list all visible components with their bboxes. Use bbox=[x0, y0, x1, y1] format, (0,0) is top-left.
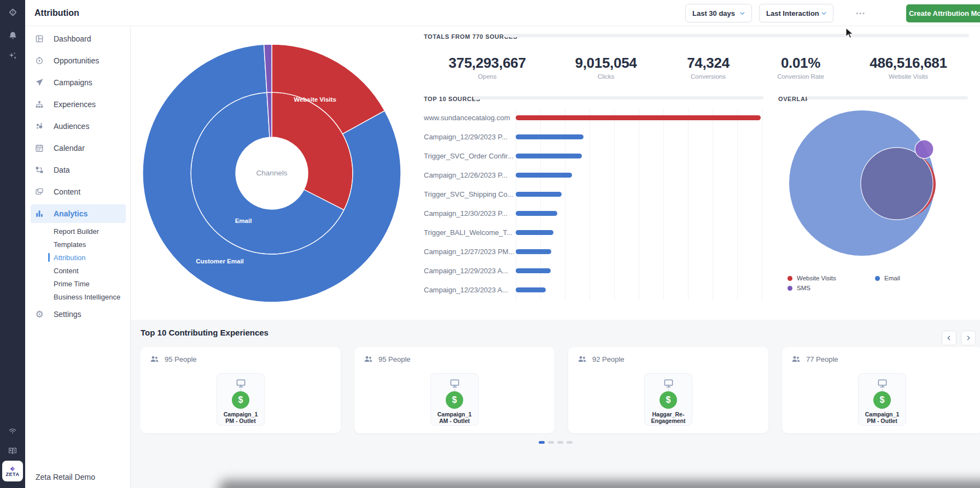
card-people: 92 People bbox=[577, 355, 625, 364]
source-label: Campaign_12/23/2023 A... bbox=[424, 286, 516, 294]
stat-value: 486,516,681 bbox=[843, 55, 974, 72]
source-row: Campaign_12/29/2023 A... bbox=[424, 261, 774, 280]
people-count: 95 People bbox=[378, 355, 411, 363]
sources-divider bbox=[473, 96, 763, 99]
sidebar-item-data[interactable]: Data bbox=[25, 159, 130, 181]
signal-icon[interactable] bbox=[0, 426, 25, 436]
date-range-select[interactable]: Last 30 days bbox=[685, 4, 752, 22]
people-icon bbox=[149, 355, 160, 364]
monitor-icon bbox=[877, 378, 888, 389]
dollar-icon: $ bbox=[660, 391, 677, 409]
sidebar-subitem-business-intelligence[interactable]: Business Intelligence bbox=[25, 290, 130, 303]
source-label: Campaign_12/27/2023 PM... bbox=[424, 248, 516, 256]
experience-card[interactable]: 92 People $ Haggar_Re-Engagement bbox=[568, 347, 768, 433]
legend-item-sms: SMS bbox=[788, 285, 810, 291]
more-options-button[interactable]: ••• bbox=[849, 4, 873, 22]
workspace-name: Zeta Retail Demo bbox=[36, 473, 95, 481]
carousel-dot-3[interactable] bbox=[557, 441, 563, 444]
create-attribution-model-button[interactable]: Create Attribution Model bbox=[906, 4, 980, 22]
sidebar-item-campaigns[interactable]: Campaigns bbox=[25, 72, 130, 93]
experience-node[interactable]: $ Campaign_1PM - Outlet bbox=[858, 373, 906, 426]
legend-item-website-visits: Website Visits bbox=[788, 275, 836, 281]
source-row: Trigger_BALI_Welcome_T... bbox=[424, 223, 774, 242]
analytics-icon bbox=[35, 209, 44, 218]
legend-item-email: Email bbox=[875, 275, 900, 281]
people-icon bbox=[577, 355, 587, 364]
sidebar-item-content[interactable]: Content bbox=[25, 181, 130, 203]
stat-opens: 375,293,667 Opens bbox=[422, 55, 553, 80]
carousel-dot-1[interactable] bbox=[539, 441, 545, 444]
source-bar bbox=[516, 287, 546, 292]
stat-label: Website Visits bbox=[843, 73, 974, 80]
opportunities-icon bbox=[35, 56, 44, 65]
zeta-logo-word: ZETA bbox=[6, 472, 20, 477]
sunburst-label-website-visits: Website Visits bbox=[294, 96, 336, 103]
experiences-heading: Top 10 Contributing Experiences bbox=[141, 328, 269, 337]
experience-name: Haggar_Re-Engagement bbox=[651, 411, 685, 425]
overlap-venn-chart bbox=[774, 87, 980, 268]
source-row: Campaign_12/30/2023 P... bbox=[424, 204, 774, 223]
source-row: Campaign_12/26/2023 P... bbox=[424, 166, 774, 185]
sidebar-item-dashboard[interactable]: Dashboard bbox=[25, 28, 130, 50]
sidebar-subitem-content[interactable]: Content bbox=[25, 264, 130, 277]
data-icon bbox=[35, 166, 44, 174]
experience-card[interactable]: 95 People $ Campaign_1PM - Outlet bbox=[141, 347, 341, 433]
sidebar-item-audiences[interactable]: Audiences bbox=[25, 115, 130, 137]
library-book-icon[interactable] bbox=[0, 446, 25, 456]
audiences-icon bbox=[35, 122, 44, 131]
people-count: 77 People bbox=[806, 355, 838, 363]
card-people: 77 People bbox=[791, 355, 838, 364]
chevron-right-icon bbox=[965, 334, 972, 342]
attribution-model-select[interactable]: Last Interaction bbox=[759, 4, 833, 22]
sidebar-item-calendar[interactable]: Calendar bbox=[25, 137, 130, 159]
legend-dot-icon bbox=[788, 286, 792, 291]
carousel-prev-button[interactable] bbox=[942, 331, 956, 345]
carousel-dots bbox=[539, 441, 573, 444]
top-bar: Attribution Last 30 days Last Interactio… bbox=[25, 0, 980, 26]
legend-label: SMS bbox=[797, 285, 810, 291]
sunburst-label-customer-email: Customer Email bbox=[196, 258, 244, 264]
channels-sunburst-chart: Website VisitsEmailCustomer EmailChannel… bbox=[134, 36, 413, 314]
carousel-next-button[interactable] bbox=[961, 331, 976, 345]
experience-node[interactable]: $ Campaign_1PM - Outlet bbox=[217, 373, 265, 426]
source-row: Trigger_SVC_Shipping Co... bbox=[424, 185, 774, 204]
carousel-dot-2[interactable] bbox=[548, 441, 554, 444]
source-bar bbox=[516, 134, 584, 139]
sidebar-subitem-prime-time[interactable]: Prime Time bbox=[25, 277, 130, 290]
zeta-workspace-logo[interactable]: ZETA bbox=[2, 461, 23, 481]
app-rail: ZETA bbox=[0, 0, 25, 488]
stat-label: Opens bbox=[422, 73, 553, 80]
sidebar-item-settings[interactable]: ⚙Settings bbox=[25, 303, 130, 325]
monitor-icon bbox=[663, 378, 674, 389]
carousel-dot-4[interactable] bbox=[567, 441, 573, 444]
sparkles-icon[interactable] bbox=[0, 51, 25, 61]
sidebar-item-opportunities[interactable]: Opportunities bbox=[25, 50, 130, 72]
sunburst-label-email: Email bbox=[235, 217, 252, 224]
page-title: Attribution bbox=[34, 0, 79, 26]
notifications-bell-icon[interactable] bbox=[0, 31, 25, 41]
experience-name: Campaign_1PM - Outlet bbox=[224, 411, 258, 425]
sidebar-nav: DashboardOpportunitiesCampaignsExperienc… bbox=[25, 26, 130, 325]
experiences-icon bbox=[35, 100, 44, 109]
experience-card[interactable]: 77 People $ Campaign_1PM - Outlet bbox=[782, 347, 980, 433]
source-bar bbox=[516, 249, 551, 254]
source-bar bbox=[516, 268, 551, 273]
date-range-value: Last 30 days bbox=[692, 9, 735, 17]
sidebar-subitem-templates[interactable]: Templates bbox=[25, 238, 130, 251]
legend-label: Website Visits bbox=[797, 275, 836, 281]
source-bar bbox=[516, 173, 572, 178]
sources-heading: TOP 10 SOURCES bbox=[424, 96, 480, 102]
totals-divider bbox=[504, 34, 969, 37]
legend-label: Email bbox=[884, 275, 900, 281]
experience-node[interactable]: $ Haggar_Re-Engagement bbox=[644, 373, 692, 426]
sidebar-subitem-attribution[interactable]: Attribution bbox=[25, 251, 130, 264]
legend-dot-icon bbox=[875, 276, 880, 281]
experience-card[interactable]: 95 People $ Campaign_1AM - Outlet bbox=[354, 347, 555, 433]
sidebar-item-analytics[interactable]: Analytics bbox=[31, 204, 126, 223]
zeta-logo-icon[interactable] bbox=[0, 7, 25, 18]
source-bar bbox=[516, 192, 562, 197]
campaigns-icon bbox=[35, 78, 44, 87]
experience-node[interactable]: $ Campaign_1AM - Outlet bbox=[430, 373, 479, 426]
sidebar-item-experiences[interactable]: Experiences bbox=[25, 93, 130, 115]
sidebar-subitem-report-builder[interactable]: Report Builder bbox=[25, 225, 130, 238]
